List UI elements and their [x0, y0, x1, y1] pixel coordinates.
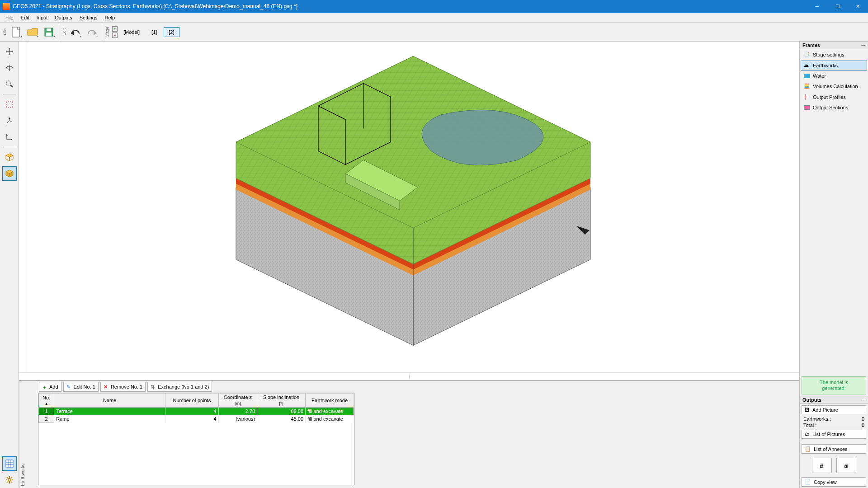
menu-file[interactable]: File — [2, 14, 17, 21]
view-wireframe-tool[interactable] — [2, 150, 17, 164]
remove-label: Remove No. 1 — [111, 384, 142, 389]
new-file-button[interactable] — [9, 24, 24, 40]
frame-output-profiles[interactable]: ┼Output Profiles — [801, 92, 867, 102]
svg-marker-1 — [28, 28, 38, 35]
menu-edit[interactable]: Edit — [17, 14, 33, 21]
table-row[interactable]: 1 Terrace 4 2,70 89,00 fill and excavate — [39, 408, 354, 415]
earthworks-table[interactable]: No. ▲ Name Number of points Coordinate z… — [38, 393, 354, 485]
earthworks-panel: Earthworks ＋Add ✎Edit No. 1 ✕Remove No. … — [19, 380, 799, 488]
list-pictures-button[interactable]: 🗂List of Pictures — [802, 430, 866, 439]
svg-rect-4 — [46, 33, 52, 36]
printer-icon: 🖨 — [819, 463, 824, 468]
svg-line-9 — [10, 85, 13, 87]
table-row[interactable]: 2 Ramp 4 (various) 45,00 fill and excava… — [39, 415, 354, 423]
remove-button[interactable]: ✕Remove No. 1 — [100, 382, 146, 392]
ruler-horizontal — [19, 372, 799, 380]
col-mode[interactable]: Earthwork mode — [306, 394, 354, 408]
collapse-outputs-icon[interactable]: — — [861, 398, 865, 402]
minimize-button[interactable]: ─ — [807, 0, 827, 13]
exchange-button[interactable]: ⇅Exchange (No 1 and 2) — [147, 382, 212, 392]
close-button[interactable]: ✕ — [848, 0, 868, 13]
toolbar-file-label: File — [2, 28, 8, 35]
remove-stage-button[interactable]: − — [112, 33, 118, 38]
toolbar-stage-label: Stage — [104, 27, 110, 38]
print-button[interactable]: 🖨 — [812, 458, 832, 473]
stage-settings-icon: 📑 — [804, 52, 810, 58]
copy-icon: 📄 — [805, 479, 811, 485]
frame-output-sections[interactable]: Output Sections — [801, 103, 867, 112]
col-slope[interactable]: Slope inclination — [257, 394, 306, 401]
menu-settings[interactable]: Settings — [76, 14, 101, 21]
col-name[interactable]: Name — [54, 394, 165, 408]
add-button[interactable]: ＋Add — [39, 382, 61, 392]
redo-button[interactable] — [84, 24, 99, 40]
menu-outputs[interactable]: Outputs — [51, 14, 76, 21]
undo-icon — [70, 28, 81, 36]
app-icon — [3, 3, 10, 10]
settings-view-button[interactable] — [2, 473, 17, 487]
add-picture-button[interactable]: 🖼Add Picture — [802, 405, 866, 414]
plus-icon: ＋ — [42, 384, 47, 389]
frame-volumes[interactable]: 🧮Volumes Calculation — [801, 81, 867, 91]
zoom-tool[interactable] — [2, 77, 17, 91]
move-icon — [5, 47, 14, 56]
title-bar: GEO5 2021 - Stratigraphy (Logs, Cross Se… — [0, 0, 868, 13]
frame-stage-settings[interactable]: 📑Stage settings — [801, 50, 867, 60]
edit-button[interactable]: ✎Edit No. 1 — [63, 382, 99, 392]
exchange-label: Exchange (No 1 and 2) — [158, 384, 209, 389]
col-points[interactable]: Number of points — [165, 394, 219, 408]
selection-icon — [5, 100, 14, 108]
add-stage-button[interactable]: + — [112, 26, 118, 32]
svg-point-25 — [8, 479, 11, 481]
terrain-model-icon — [228, 47, 599, 354]
top-toolbar: File Edit Stage + − [Model] [1] [2] — [0, 23, 868, 42]
menu-input[interactable]: Input — [33, 14, 51, 21]
redo-icon — [86, 28, 97, 36]
picture-add-icon: 🖼 — [805, 407, 810, 413]
copy-view-button[interactable]: 📄Copy view — [802, 477, 866, 487]
save-file-button[interactable] — [41, 24, 57, 40]
pencil-icon: ✎ — [66, 384, 72, 389]
axes-xy-tool[interactable] — [2, 130, 17, 144]
svg-marker-11 — [9, 117, 10, 119]
stage-tab-2[interactable]: [2] — [164, 27, 179, 37]
folder-open-icon — [27, 27, 38, 37]
open-file-button[interactable] — [25, 24, 40, 40]
stage-tab-model[interactable]: [Model] — [118, 27, 145, 37]
toolbar-edit-label: Edit — [61, 28, 67, 36]
table-icon — [5, 460, 14, 468]
rotate-3d-icon — [5, 64, 14, 72]
svg-point-8 — [6, 81, 11, 85]
frame-earthworks[interactable]: ⛰Earthworks — [801, 61, 867, 70]
axes-3d-icon — [5, 117, 14, 125]
list-annexes-button[interactable]: 📋List of Annexes — [802, 444, 866, 454]
list-pictures-icon: 🗂 — [805, 432, 810, 437]
collapse-frames-icon[interactable]: — — [861, 43, 865, 47]
water-icon — [804, 74, 810, 78]
printer-pdf-icon: 🖨 — [844, 463, 849, 468]
earthworks-icon: ⛰ — [804, 62, 810, 69]
frames-header: Frames— — [800, 42, 868, 49]
edit-label: Edit No. 1 — [74, 384, 95, 389]
volumes-icon: 🧮 — [804, 83, 810, 89]
viewport-3d[interactable] — [27, 42, 799, 372]
view-solid-tool[interactable] — [2, 166, 17, 181]
select-region-tool[interactable] — [2, 97, 17, 112]
col-coord[interactable]: Coordinate z — [218, 394, 257, 401]
col-no[interactable]: No. ▲ — [39, 394, 54, 408]
svg-rect-20 — [6, 460, 13, 467]
table-view-button[interactable] — [2, 456, 17, 471]
stage-tab-1[interactable]: [1] — [146, 27, 162, 37]
rotate-tool[interactable] — [2, 61, 17, 75]
maximize-button[interactable]: ☐ — [827, 0, 848, 13]
add-label: Add — [49, 384, 58, 389]
pan-tool[interactable] — [2, 44, 17, 59]
outputs-earthworks-count: Earthworks :0 — [800, 416, 868, 422]
frame-water[interactable]: Water — [801, 71, 867, 80]
axes-xyz-tool[interactable] — [2, 113, 17, 128]
undo-button[interactable] — [68, 24, 83, 40]
svg-marker-12 — [6, 134, 8, 136]
print-pdf-button[interactable]: 🖨 — [836, 458, 856, 473]
sections-icon — [804, 105, 810, 110]
menu-help[interactable]: Help — [101, 14, 119, 21]
